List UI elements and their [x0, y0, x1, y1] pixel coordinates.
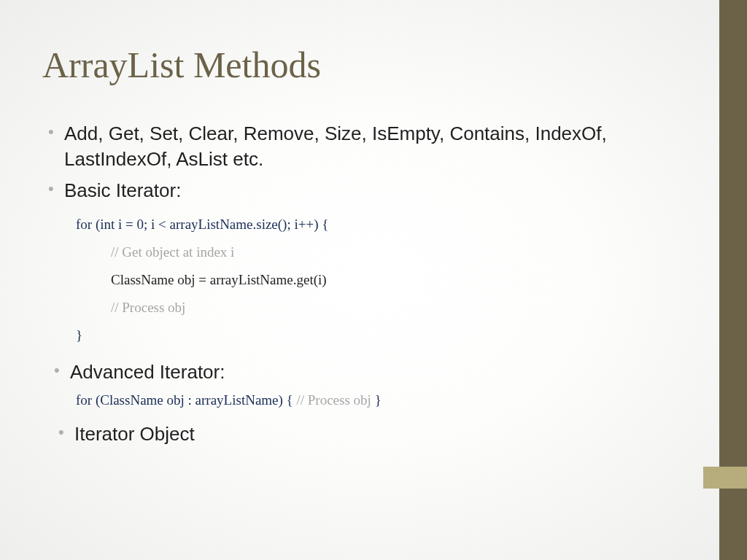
code-part: }: [375, 392, 382, 408]
code-line: }: [76, 322, 671, 349]
code-comment: // Process obj: [296, 392, 374, 408]
bullet-3: Advanced Iterator:: [42, 359, 671, 385]
bullet-2: Basic Iterator:: [42, 178, 671, 203]
decor-accent-block: [703, 467, 747, 489]
code-line: for (int i = 0; i < arrayListName.size()…: [76, 211, 671, 238]
slide-title: ArrayList Methods: [42, 44, 671, 86]
code-block-advanced-iterator: for (ClassName obj : arrayListName) { //…: [76, 392, 671, 408]
bullet-4: Iterator Object: [42, 421, 671, 447]
code-part: for (ClassName obj : arrayListName) {: [76, 392, 296, 408]
bullet-list: Iterator Object: [42, 421, 671, 447]
code-block-basic-iterator: for (int i = 0; i < arrayListName.size()…: [76, 211, 671, 349]
bullet-list: Add, Get, Set, Clear, Remove, Size, IsEm…: [42, 121, 671, 203]
bullet-1: Add, Get, Set, Clear, Remove, Size, IsEm…: [42, 121, 671, 172]
code-comment: // Process obj: [76, 294, 671, 322]
code-line: ClassName obj = arrayListName.get(i): [76, 266, 671, 294]
bullet-list: Advanced Iterator:: [42, 359, 671, 385]
slide-content: ArrayList Methods Add, Get, Set, Clear, …: [0, 0, 700, 560]
code-comment: // Get object at index i: [76, 238, 671, 266]
